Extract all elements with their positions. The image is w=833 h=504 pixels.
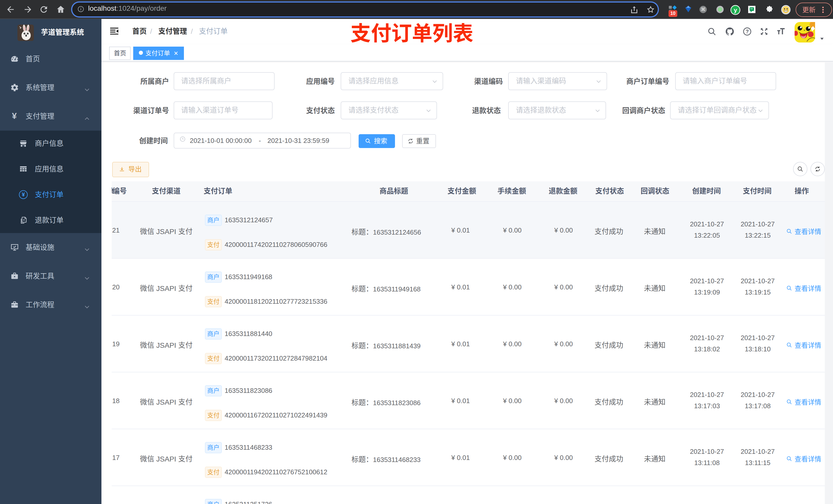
svg-text:?: ? (746, 29, 749, 34)
svg-text:y: y (734, 6, 737, 13)
svg-text:⌘: ⌘ (700, 7, 705, 12)
